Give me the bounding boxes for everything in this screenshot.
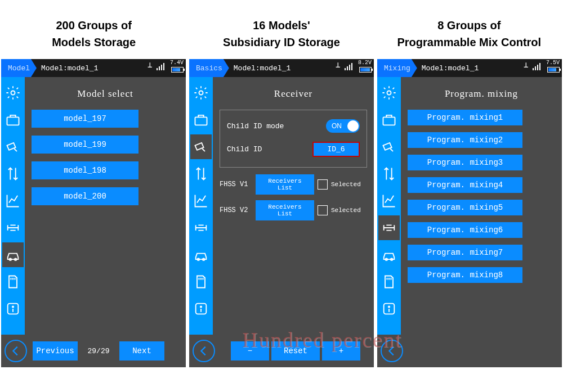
child-id-value[interactable]: ID_6 — [312, 142, 360, 157]
svg-point-5 — [12, 306, 14, 307]
title-1-line1: 200 Groups of — [1, 17, 187, 34]
signal-icon — [345, 62, 352, 70]
model-label: Model:model_1 — [422, 64, 479, 73]
sdcard-icon[interactable] — [2, 269, 24, 294]
back-button[interactable] — [5, 340, 27, 362]
fhss-v2-label: FHSS V2 — [220, 206, 252, 214]
top-bar: Basics Model:model_1 ⟂ 8.2V — [189, 59, 374, 77]
title-3-line1: 8 Groups of — [376, 17, 562, 34]
mixing-item-1[interactable]: Program. mixing1 — [408, 110, 522, 125]
signal-icon — [533, 62, 540, 70]
camera-icon[interactable] — [190, 134, 212, 159]
car-icon[interactable] — [378, 242, 400, 267]
bottom-bar: − Reset + — [189, 335, 374, 367]
reset-button[interactable]: Reset — [271, 341, 320, 361]
toolbox-icon[interactable] — [378, 107, 400, 132]
content-area: Receiver Child ID mode ON Child ID ID_6 … — [213, 77, 374, 367]
title-3: 8 Groups of Programmable Mix Control — [376, 17, 562, 51]
model-label: Model:model_1 — [41, 64, 98, 73]
model-label: Model:model_1 — [234, 64, 291, 73]
title-2: 16 Models' Subsidiary ID Storage — [189, 17, 374, 51]
info-icon[interactable] — [190, 296, 212, 321]
back-button[interactable] — [193, 340, 215, 362]
screen-model-select: Model Model:model_1 ⟂ 7.4V Mod — [1, 59, 186, 367]
screen-receiver: Basics Model:model_1 ⟂ 8.2V Re — [189, 59, 374, 367]
battery-indicator: 7.5V — [546, 60, 560, 74]
model-item-3[interactable]: model_198 — [32, 161, 138, 179]
previous-button[interactable]: Previous — [33, 341, 78, 361]
camera-icon[interactable] — [378, 134, 400, 159]
gear-icon[interactable] — [378, 80, 400, 105]
voltage-value: 7.5V — [546, 60, 560, 66]
antenna-icon: ⟂ — [336, 60, 341, 71]
title-1-line2: Models Storage — [1, 34, 187, 51]
sdcard-icon[interactable] — [190, 269, 212, 294]
info-icon[interactable] — [378, 296, 400, 321]
car-icon[interactable] — [2, 242, 24, 267]
mixing-item-4[interactable]: Program. mixing4 — [408, 177, 522, 193]
gear-icon[interactable] — [190, 80, 212, 105]
breadcrumb[interactable]: Mixing — [377, 59, 417, 77]
bottom-bar — [377, 335, 562, 367]
plus-button[interactable]: + — [322, 341, 360, 361]
sidebar — [1, 77, 25, 367]
title-2-line1: 16 Models' — [189, 17, 374, 34]
mixing-item-3[interactable]: Program. mixing3 — [408, 155, 522, 170]
gear-icon[interactable] — [2, 80, 24, 105]
page-indicator: 29/29 — [83, 347, 114, 355]
fhss-v2-selected-label: Selected — [331, 207, 361, 214]
sidebar — [189, 77, 213, 367]
receiver-box: Child ID mode ON Child ID ID_6 — [220, 110, 367, 168]
svg-point-12 — [387, 91, 391, 95]
arrows-icon[interactable] — [190, 161, 212, 186]
mixing-item-2[interactable]: Program. mixing2 — [408, 132, 522, 148]
chart-icon[interactable] — [190, 188, 212, 213]
svg-rect-1 — [7, 117, 19, 125]
toolbox-icon[interactable] — [2, 107, 24, 132]
model-item-1[interactable]: model_197 — [32, 110, 138, 128]
camera-icon[interactable] — [2, 134, 24, 159]
breadcrumb[interactable]: Model — [1, 59, 37, 77]
fhss-v2-receivers-button[interactable]: Receivers List — [256, 200, 314, 220]
bottom-bar: Previous 29/29 Next — [1, 335, 186, 367]
arrows-icon[interactable] — [378, 161, 400, 186]
next-button[interactable]: Next — [119, 341, 164, 361]
sdcard-icon[interactable] — [378, 269, 400, 294]
child-id-mode-toggle[interactable]: ON — [326, 119, 360, 133]
minus-button[interactable]: − — [231, 341, 269, 361]
fhss-v1-checkbox[interactable] — [318, 179, 328, 190]
top-bar: Mixing Model:model_1 ⟂ 7.5V — [377, 59, 562, 77]
battery-indicator: 8.2V — [358, 60, 372, 74]
car-icon[interactable] — [190, 242, 212, 267]
model-item-4[interactable]: model_200 — [32, 187, 138, 205]
fhss-v1-receivers-button[interactable]: Receivers List — [256, 174, 314, 195]
battery-indicator: 7.4V — [170, 60, 184, 74]
fhss-v1-row: FHSS V1 Receivers List Selected — [220, 174, 367, 195]
back-button[interactable] — [381, 340, 403, 362]
chart-icon[interactable] — [378, 188, 400, 213]
top-bar: Model Model:model_1 ⟂ 7.4V — [1, 59, 186, 77]
arrows-icon[interactable] — [2, 161, 24, 186]
content-area: Model select model_197 model_199 model_1… — [25, 77, 186, 367]
toolbox-icon[interactable] — [190, 107, 212, 132]
section-title: Receiver — [220, 88, 367, 100]
chart-icon[interactable] — [2, 188, 24, 213]
breadcrumb[interactable]: Basics — [189, 59, 229, 77]
chassis-icon[interactable] — [2, 215, 24, 240]
svg-point-0 — [11, 91, 15, 95]
info-icon[interactable] — [2, 296, 24, 321]
fhss-v2-row: FHSS V2 Receivers List Selected — [220, 200, 367, 220]
fhss-v2-checkbox[interactable] — [318, 205, 328, 215]
model-item-2[interactable]: model_199 — [32, 136, 138, 154]
voltage-value: 8.2V — [358, 60, 372, 66]
chassis-icon[interactable] — [378, 215, 400, 240]
mixing-item-7[interactable]: Program. mixing7 — [408, 245, 522, 260]
signal-icon — [157, 62, 164, 70]
mixing-item-8[interactable]: Program. mixing8 — [408, 267, 522, 283]
svg-rect-13 — [383, 117, 395, 125]
mixing-item-6[interactable]: Program. mixing6 — [408, 222, 522, 238]
title-3-line2: Programmable Mix Control — [376, 34, 562, 51]
child-id-label: Child ID — [227, 145, 262, 154]
chassis-icon[interactable] — [190, 215, 212, 240]
mixing-item-5[interactable]: Program. mixing5 — [408, 200, 522, 215]
